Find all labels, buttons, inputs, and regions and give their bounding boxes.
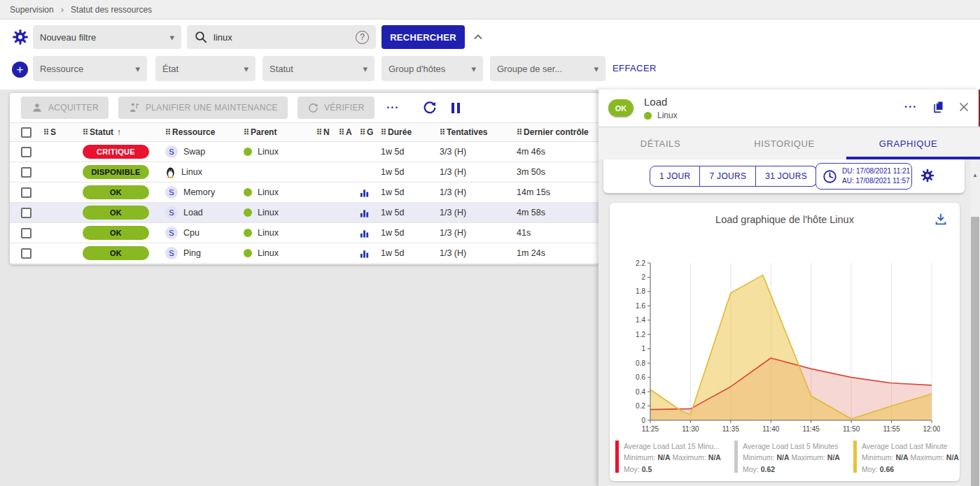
tab-graph[interactable]: GRAPHIQUE xyxy=(846,127,970,159)
breadcrumb-section[interactable]: Supervision xyxy=(10,5,54,15)
resource-name[interactable]: Ping xyxy=(183,248,201,258)
column-drag-handle[interactable]: ⠿ xyxy=(381,128,386,137)
resource-name[interactable]: Linux xyxy=(181,167,202,177)
column-drag-handle[interactable]: ⠿ xyxy=(440,128,444,137)
resource-status-app: Supervision › Statut des ressources Nouv… xyxy=(0,0,980,486)
column-drag-handle[interactable]: ⠿ xyxy=(43,128,48,137)
select-all-checkbox[interactable] xyxy=(21,127,31,138)
search-help-icon[interactable]: ? xyxy=(356,31,369,44)
column-drag-handle[interactable]: ⠿ xyxy=(316,128,321,137)
col-n[interactable]: N xyxy=(323,127,330,137)
criteria-state-select[interactable]: État▾ xyxy=(155,56,255,81)
host-status-dot-icon xyxy=(244,188,252,196)
column-drag-handle[interactable]: ⠿ xyxy=(339,128,344,137)
svg-text:2: 2 xyxy=(641,273,645,281)
graph-icon[interactable] xyxy=(360,228,381,238)
check-label: VÉRIFIER xyxy=(324,103,365,113)
range-1day-button[interactable]: 1 JOUR xyxy=(650,166,700,187)
range-31days-button[interactable]: 31 JOURS xyxy=(756,166,817,187)
search-button[interactable]: RECHERCHER xyxy=(382,25,465,49)
row-checkbox[interactable] xyxy=(21,147,31,157)
table-row[interactable]: OK SMemory Linux 1w 5d 1/3 (H) 14m 15s xyxy=(10,183,598,203)
collapse-filters-caret-icon[interactable] xyxy=(472,31,484,43)
add-criteria-button[interactable]: + xyxy=(12,62,28,78)
row-checkbox[interactable] xyxy=(21,187,31,198)
parent-name[interactable]: Linux xyxy=(258,248,279,258)
pause-refresh-icon[interactable] xyxy=(451,103,460,113)
col-resource[interactable]: Ressource xyxy=(172,127,215,137)
table-row[interactable]: OK SCpu Linux 1w 5d 1/3 (H) 41s xyxy=(10,223,598,243)
column-drag-handle[interactable]: ⠿ xyxy=(165,128,170,137)
tab-history[interactable]: HISTORIQUE xyxy=(722,127,846,159)
row-checkbox[interactable] xyxy=(21,208,31,218)
tab-details[interactable]: DÉTAILS xyxy=(598,127,722,159)
range-7days-button[interactable]: 7 JOURS xyxy=(700,166,756,187)
col-status[interactable]: Statut xyxy=(90,127,113,137)
criteria-resource-select[interactable]: Ressource▾ xyxy=(33,56,147,81)
criteria-hostgroup-select[interactable]: Group d'hôtes▾ xyxy=(382,56,483,81)
acknowledge-button[interactable]: ACQUITTER xyxy=(21,97,108,119)
criteria-servicegroup-select[interactable]: Groupe de ser...▾ xyxy=(490,56,606,81)
graph-settings-gear-icon[interactable] xyxy=(920,168,935,183)
saved-filter-select[interactable]: Nouveau filtre ▾ xyxy=(33,25,181,49)
table-row[interactable]: CRITIQUE SSwap Linux 1w 5d 3/3 (H) 4m 46… xyxy=(10,142,598,162)
sort-asc-icon[interactable]: ↑ xyxy=(117,127,121,137)
row-checkbox[interactable] xyxy=(21,228,31,238)
col-severity[interactable]: S xyxy=(50,127,56,137)
search-field[interactable]: ? xyxy=(187,25,376,49)
legend-item-load5[interactable]: Average Load Last 5 Minutes Minimum: N/A… xyxy=(734,441,853,475)
col-last-check[interactable]: Dernier contrôle xyxy=(524,127,589,137)
maintenance-button[interactable]: PLANIFIER UNE MAINTENANCE xyxy=(118,97,288,119)
service-type-icon: S xyxy=(165,206,178,219)
parent-name[interactable]: Linux xyxy=(258,208,279,217)
graph-icon[interactable] xyxy=(360,248,381,259)
check-button[interactable]: VÉRIFIER xyxy=(298,97,374,119)
table-row[interactable]: DISPONIBLE Linux 1w 5d 1/3 (H) 3m 50s xyxy=(10,162,598,183)
period-to: AU: 17/08/2021 11:57 xyxy=(842,176,910,187)
row-checkbox[interactable] xyxy=(21,167,31,178)
chevron-down-icon: ▾ xyxy=(594,64,598,74)
download-graph-icon[interactable] xyxy=(933,211,948,227)
column-drag-handle[interactable]: ⠿ xyxy=(517,128,522,137)
copy-link-icon[interactable] xyxy=(930,99,945,114)
table-row[interactable]: OK SPing Linux 1w 5d 1/3 (H) 1m 24s xyxy=(10,243,598,264)
resource-name[interactable]: Memory xyxy=(183,187,215,197)
refresh-icon xyxy=(307,102,319,114)
more-actions-icon[interactable]: ••• xyxy=(387,104,400,111)
column-drag-handle[interactable]: ⠿ xyxy=(360,128,365,137)
criteria-hostgroup-label: Group d'hôtes xyxy=(388,64,445,74)
resource-name[interactable]: Cpu xyxy=(183,228,200,238)
legend-item-load15[interactable]: Average Load Last 15 Minu... Minimum: N/… xyxy=(615,441,734,475)
panel-scrollbar-thumb[interactable] xyxy=(971,217,979,486)
col-parent[interactable]: Parent xyxy=(251,127,276,137)
criteria-status-select[interactable]: Statut▾ xyxy=(262,56,374,81)
custom-period-button[interactable]: DU: 17/08/2021 11:21 AU: 17/08/2021 11:5… xyxy=(816,163,912,190)
search-input[interactable] xyxy=(214,32,346,43)
load-time-series-chart[interactable]: 00.20.40.60.811.21.41.61.822.211:2511:30… xyxy=(618,257,940,438)
scroll-up-arrow-icon[interactable]: ▲ xyxy=(970,172,980,183)
refresh-list-icon[interactable] xyxy=(422,100,438,115)
column-drag-handle[interactable]: ⠿ xyxy=(83,128,88,137)
legend-item-load1[interactable]: Average Load Last Minute Minimum: N/A Ma… xyxy=(853,441,972,475)
row-checkbox[interactable] xyxy=(21,248,31,259)
panel-more-actions-icon[interactable]: ••• xyxy=(905,103,918,110)
col-a[interactable]: A xyxy=(346,127,352,137)
clear-filters-button[interactable]: EFFACER xyxy=(612,63,657,73)
col-g[interactable]: G xyxy=(367,127,373,137)
col-duration[interactable]: Durée xyxy=(388,127,412,137)
table-row[interactable]: OK SLoad Linux 1w 5d 1/3 (H) 4m 58s xyxy=(10,203,598,223)
close-panel-icon[interactable] xyxy=(958,101,970,113)
duration-cell: 1w 5d xyxy=(381,167,440,177)
resource-name[interactable]: Swap xyxy=(183,147,205,157)
graph-icon[interactable] xyxy=(360,187,381,198)
column-drag-handle[interactable]: ⠿ xyxy=(244,128,248,137)
parent-name[interactable]: Linux xyxy=(258,228,279,238)
filter-settings-gear-icon[interactable] xyxy=(11,28,29,46)
parent-name[interactable]: Linux xyxy=(258,187,279,197)
resource-name[interactable]: Load xyxy=(183,208,203,217)
graph-icon[interactable] xyxy=(360,208,381,218)
col-tries[interactable]: Tentatives xyxy=(447,127,487,137)
service-type-icon: S xyxy=(165,145,178,158)
parent-name[interactable]: Linux xyxy=(258,147,279,157)
breadcrumb-page: Statut des ressources xyxy=(71,5,152,15)
